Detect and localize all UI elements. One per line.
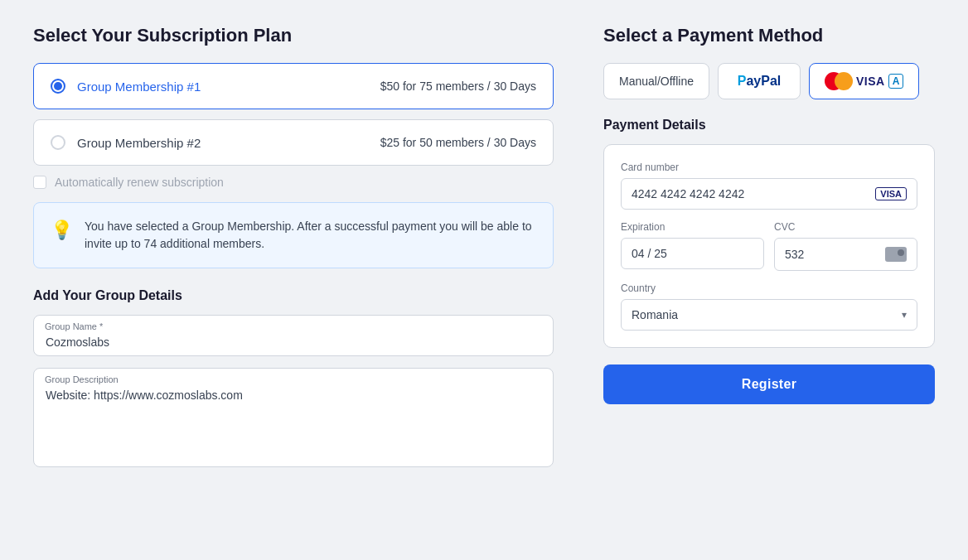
auto-renew-checkbox[interactable] <box>33 176 46 189</box>
card-number-row: VISA <box>621 178 917 210</box>
expiration-field[interactable]: 04 / 25 <box>621 238 764 269</box>
group-description-label: Group Description <box>45 374 119 384</box>
info-lightbulb-icon: 💡 <box>51 220 73 241</box>
manual-offline-label: Manual/Offline <box>619 75 694 88</box>
paypal-logo: PayPal <box>738 74 781 89</box>
register-button[interactable]: Register <box>603 364 935 404</box>
card-icons: VISA A <box>825 72 903 90</box>
expiration-wrap: Expiration 04 / 25 <box>621 221 764 271</box>
payment-details-title: Payment Details <box>603 118 935 133</box>
plan-price-1: $50 for 75 members / 30 Days <box>380 80 536 93</box>
payment-method-title: Select a Payment Method <box>603 25 935 46</box>
plan-option-1[interactable]: Group Membership #1 $50 for 75 members /… <box>33 63 554 109</box>
visa-badge-icon: VISA <box>875 187 907 200</box>
plan-name-1: Group Membership #1 <box>77 80 380 94</box>
expiration-label: Expiration <box>621 221 764 233</box>
paypal-p-icon: P <box>738 74 747 88</box>
manual-offline-button[interactable]: Manual/Offline <box>603 63 709 99</box>
right-panel: Select a Payment Method Manual/Offline P… <box>603 25 935 482</box>
country-value: Romania <box>632 308 678 321</box>
visa-text-icon: VISA <box>856 75 885 88</box>
auto-renew-label: Automatically renew subscription <box>55 176 224 189</box>
group-name-group: Group Name * <box>33 315 554 356</box>
expiry-cvc-row: Expiration 04 / 25 CVC 532 <box>621 221 917 271</box>
group-name-input[interactable] <box>33 315 554 356</box>
cvc-label: CVC <box>774 221 917 233</box>
plan-name-2: Group Membership #2 <box>77 136 380 150</box>
mc-yellow-circle <box>835 72 853 90</box>
group-name-label: Group Name * <box>45 321 103 331</box>
subscription-title: Select Your Subscription Plan <box>33 25 554 46</box>
group-details-title: Add Your Group Details <box>33 288 554 303</box>
mastercard-icon <box>825 72 853 90</box>
plan-price-2: $25 for 50 members / 30 Days <box>380 136 536 149</box>
info-box: 💡 You have selected a Group Membership. … <box>33 202 554 268</box>
payment-card-form: Card number VISA Expiration 04 / 25 CVC … <box>603 144 935 348</box>
payment-methods-row: Manual/Offline PayPal VISA A <box>603 63 935 99</box>
info-message: You have selected a Group Membership. Af… <box>85 218 536 253</box>
plan-radio-2 <box>51 135 65 150</box>
group-description-group: Group Description Website: https://www.c… <box>33 368 554 471</box>
left-panel: Select Your Subscription Plan Group Memb… <box>33 25 554 482</box>
cvc-card-icon <box>885 247 907 262</box>
cvc-wrap: CVC 532 <box>774 221 917 271</box>
country-select[interactable]: Romania ▾ <box>621 299 917 331</box>
paypal-button[interactable]: PayPal <box>718 63 801 99</box>
card-number-label: Card number <box>621 162 917 173</box>
card-number-input[interactable] <box>632 187 875 200</box>
chevron-down-icon: ▾ <box>902 309 907 321</box>
plan-radio-1 <box>51 79 65 94</box>
card-button[interactable]: VISA A <box>809 63 919 99</box>
auto-renew-row[interactable]: Automatically renew subscription <box>33 176 554 189</box>
cvc-field[interactable]: 532 <box>774 238 917 271</box>
plan-option-2[interactable]: Group Membership #2 $25 for 50 members /… <box>33 119 554 166</box>
expiration-value: 04 / 25 <box>632 247 667 260</box>
amex-text-icon: A <box>888 74 904 89</box>
country-label: Country <box>621 282 917 294</box>
cvc-value: 532 <box>785 248 804 261</box>
